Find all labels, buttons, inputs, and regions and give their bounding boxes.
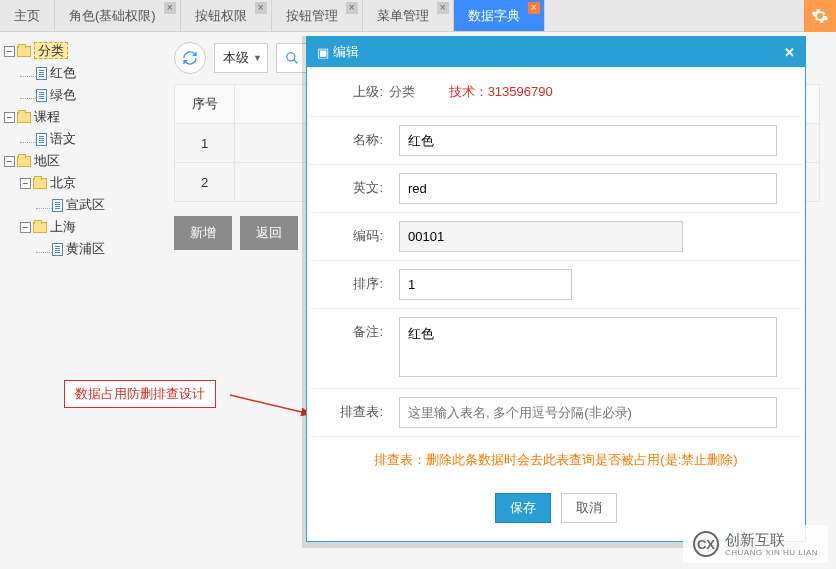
svg-line-2 [230, 395, 310, 414]
tree-node-course[interactable]: −课程 [4, 106, 154, 128]
close-icon[interactable]: ✕ [784, 45, 795, 60]
folder-icon [33, 222, 47, 233]
col-index: 序号 [175, 85, 235, 124]
tab-button-mgmt[interactable]: 按钮管理× [272, 0, 363, 31]
modal-title: 编辑 [333, 43, 359, 61]
svg-line-1 [294, 60, 298, 64]
label-code: 编码: [309, 213, 389, 260]
close-icon[interactable]: × [255, 2, 267, 14]
page-icon [36, 89, 47, 102]
tree-label: 红色 [50, 65, 76, 80]
cell-index: 2 [175, 163, 235, 202]
tab-data-dict[interactable]: 数据字典× [454, 0, 545, 31]
collapse-icon[interactable]: − [4, 112, 15, 123]
tree-node-huangpu[interactable]: 黄浦区 [36, 238, 154, 260]
back-button[interactable]: 返回 [240, 216, 298, 250]
tab-home[interactable]: 主页 [0, 0, 55, 31]
folder-icon [17, 156, 31, 167]
refresh-button[interactable] [174, 42, 206, 74]
collapse-icon[interactable]: − [4, 156, 15, 167]
tree-node-beijing[interactable]: −北京 [20, 172, 154, 194]
superior-category: 分类 [389, 84, 415, 99]
gear-icon[interactable] [804, 0, 836, 32]
tab-label: 主页 [14, 8, 40, 23]
add-button[interactable]: 新增 [174, 216, 232, 250]
tree-label: 北京 [50, 175, 76, 190]
close-icon[interactable]: × [164, 2, 176, 14]
tab-button-perm[interactable]: 按钮权限× [181, 0, 272, 31]
tab-role[interactable]: 角色(基础权限)× [55, 0, 181, 31]
watermark: CX 创新互联 CHUANG XIN HU LIAN [683, 525, 828, 563]
page-icon [52, 243, 63, 256]
folder-icon [17, 112, 31, 123]
sort-input[interactable] [399, 269, 572, 300]
tree-node-shanghai[interactable]: −上海 [20, 216, 154, 238]
tree-node-xuanwu[interactable]: 宣武区 [36, 194, 154, 216]
svg-point-0 [287, 53, 295, 61]
tree-label: 上海 [50, 219, 76, 234]
tab-label: 数据字典 [468, 8, 520, 23]
tab-label: 按钮权限 [195, 8, 247, 23]
edit-modal: ▣ 编辑 ✕ 上级: 分类 技术：313596790 名称: 英文: 编码: 排… [306, 36, 806, 542]
tab-menu-mgmt[interactable]: 菜单管理× [363, 0, 454, 31]
modal-header: ▣ 编辑 ✕ [307, 37, 805, 67]
level-select[interactable]: 本级 [214, 43, 268, 73]
tab-label: 菜单管理 [377, 8, 429, 23]
tree-label: 语文 [50, 131, 76, 146]
watermark-icon: CX [693, 531, 719, 557]
tree-label: 宣武区 [66, 197, 105, 212]
page-icon [36, 133, 47, 146]
watermark-sub: CHUANG XIN HU LIAN [725, 548, 818, 557]
tab-bar: 主页 角色(基础权限)× 按钮权限× 按钮管理× 菜单管理× 数据字典× [0, 0, 836, 32]
collapse-icon[interactable]: − [20, 222, 31, 233]
cell-index: 1 [175, 124, 235, 163]
collapse-icon[interactable]: − [4, 46, 15, 57]
label-superior: 上级: [309, 69, 389, 116]
select-value: 本级 [223, 50, 249, 65]
tree-label: 黄浦区 [66, 241, 105, 256]
label-name: 名称: [309, 117, 389, 164]
tree-node-category[interactable]: −分类 [4, 40, 154, 62]
tree-panel: −分类 红色 绿色 −课程 语文 −地区 −北京 宣武区 −上海 黄浦区 [0, 32, 158, 569]
superior-tech: 技术：313596790 [449, 84, 553, 99]
label-sort: 排序: [309, 261, 389, 308]
close-icon[interactable]: × [346, 2, 358, 14]
page-icon [36, 67, 47, 80]
code-input [399, 221, 683, 252]
save-button[interactable]: 保存 [495, 493, 551, 523]
eng-input[interactable] [399, 173, 777, 204]
annotation-callout: 数据占用防删排查设计 [64, 380, 216, 408]
page-icon [52, 199, 63, 212]
tree-label: 绿色 [50, 87, 76, 102]
tree-node-green[interactable]: 绿色 [20, 84, 154, 106]
tree-node-chinese[interactable]: 语文 [20, 128, 154, 150]
close-icon[interactable]: × [437, 2, 449, 14]
remark-textarea[interactable]: 红色 [399, 317, 777, 377]
name-input[interactable] [399, 125, 777, 156]
label-remark: 备注: [309, 309, 389, 388]
collapse-icon[interactable]: − [20, 178, 31, 189]
tab-label: 角色(基础权限) [69, 8, 156, 23]
folder-icon [17, 46, 31, 57]
tree-label: 地区 [34, 153, 60, 168]
cancel-button[interactable]: 取消 [561, 493, 617, 523]
window-icon: ▣ [317, 45, 329, 60]
folder-icon [33, 178, 47, 189]
tree-node-region[interactable]: −地区 [4, 150, 154, 172]
label-eng: 英文: [309, 165, 389, 212]
label-check: 排查表: [309, 389, 389, 436]
tree-label: 分类 [34, 42, 68, 59]
tree-node-red[interactable]: 红色 [20, 62, 154, 84]
checktable-input[interactable] [399, 397, 777, 428]
hint-text: 排查表：删除此条数据时会去此表查询是否被占用(是:禁止删除) [309, 437, 803, 483]
tree-label: 课程 [34, 109, 60, 124]
tab-label: 按钮管理 [286, 8, 338, 23]
close-icon[interactable]: × [528, 2, 540, 14]
